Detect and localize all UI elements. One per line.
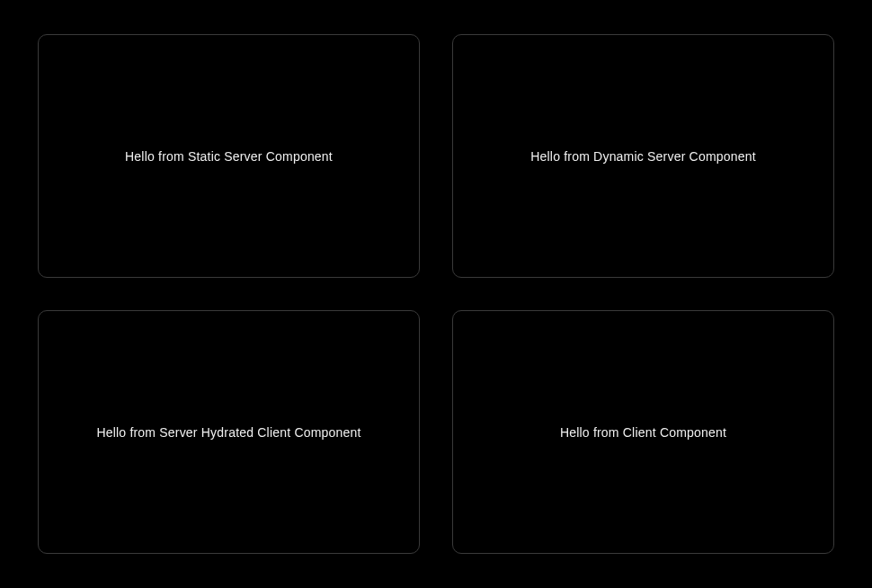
- client-component-card: Hello from Client Component: [452, 310, 834, 554]
- card-text: Hello from Static Server Component: [125, 149, 333, 164]
- card-text: Hello from Dynamic Server Component: [530, 149, 756, 164]
- card-text: Hello from Client Component: [560, 425, 726, 440]
- component-grid: Hello from Static Server Component Hello…: [0, 0, 872, 588]
- card-text: Hello from Server Hydrated Client Compon…: [96, 425, 360, 440]
- static-server-component-card: Hello from Static Server Component: [38, 34, 420, 278]
- server-hydrated-client-component-card: Hello from Server Hydrated Client Compon…: [38, 310, 420, 554]
- dynamic-server-component-card: Hello from Dynamic Server Component: [452, 34, 834, 278]
